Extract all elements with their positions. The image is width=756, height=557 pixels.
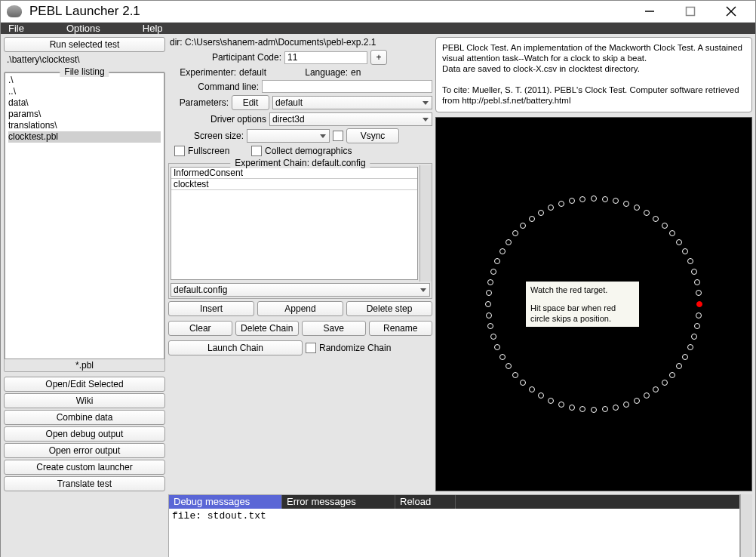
language-label: Language: bbox=[287, 67, 348, 78]
clock-dot bbox=[691, 334, 697, 340]
clock-dot bbox=[494, 258, 500, 264]
clock-dot bbox=[669, 230, 675, 236]
chain-item[interactable]: clocktest bbox=[171, 179, 417, 190]
clock-dot bbox=[696, 312, 702, 319]
file-item[interactable]: data\ bbox=[8, 97, 161, 109]
tab-debug-messages[interactable]: Debug messages bbox=[169, 495, 282, 509]
delete-chain-button[interactable]: Delete Chain bbox=[235, 321, 300, 336]
clock-dot bbox=[613, 405, 619, 411]
rename-button[interactable]: Rename bbox=[369, 321, 433, 336]
fullscreen-label: Fullscreen bbox=[188, 146, 248, 156]
file-listing[interactable]: .\..\data\params\translations\clocktest.… bbox=[5, 72, 164, 359]
translate-test-button[interactable]: Translate test bbox=[4, 476, 165, 491]
chain-scrollbar[interactable] bbox=[419, 165, 432, 282]
randomize-chain-checkbox[interactable] bbox=[306, 343, 316, 353]
participant-plus-button[interactable]: + bbox=[370, 50, 387, 65]
file-listing-label: File listing bbox=[60, 66, 109, 77]
clock-dot bbox=[623, 402, 629, 408]
message-tabs: Debug messages Error messages Reload bbox=[169, 495, 739, 509]
clock-dot bbox=[694, 279, 700, 285]
clock-dot bbox=[623, 201, 629, 207]
clock-dot bbox=[694, 323, 700, 329]
menu-options[interactable]: Options bbox=[66, 23, 100, 34]
tab-error-messages[interactable]: Error messages bbox=[282, 495, 395, 509]
clock-dot bbox=[548, 205, 554, 211]
clock-dot bbox=[662, 380, 668, 386]
insert-button[interactable]: Insert bbox=[168, 301, 254, 316]
clock-dot bbox=[490, 334, 496, 340]
clock-dot bbox=[687, 344, 693, 350]
combine-data-button[interactable]: Combine data bbox=[4, 410, 165, 425]
message-area[interactable]: file: stdout.txt bbox=[169, 509, 739, 557]
experimenter-label: Experimenter: bbox=[168, 67, 236, 78]
message-scrollbar[interactable] bbox=[740, 494, 752, 557]
test-description: PEBL Clock Test. An implementation of th… bbox=[435, 37, 752, 112]
clear-button[interactable]: Clear bbox=[168, 321, 232, 336]
vsync-checkbox[interactable] bbox=[333, 131, 343, 141]
file-item[interactable]: params\ bbox=[8, 109, 161, 120]
clock-dot bbox=[662, 223, 668, 229]
delete-step-button[interactable]: Delete step bbox=[346, 301, 432, 316]
clock-dot bbox=[653, 386, 659, 392]
screen-size-combo[interactable] bbox=[247, 129, 330, 143]
experimenter-value: default bbox=[239, 67, 284, 78]
parameters-edit-button[interactable]: Edit bbox=[232, 95, 269, 110]
driver-options-combo[interactable]: direct3d bbox=[269, 112, 432, 126]
menu-file[interactable]: File bbox=[8, 23, 24, 34]
dir-label: dir: bbox=[170, 37, 183, 48]
clock-dot bbox=[569, 198, 575, 204]
chain-item[interactable]: InformedConsent bbox=[171, 168, 417, 179]
titlebar: PEBL Launcher 2.1 bbox=[1, 1, 755, 23]
clock-dot bbox=[486, 290, 492, 296]
clock-dot bbox=[569, 405, 575, 411]
current-path: .\battery\clocktest\ bbox=[4, 54, 165, 66]
clock-dot bbox=[538, 210, 544, 216]
experiment-chain-list[interactable]: InformedConsentclocktest bbox=[171, 167, 418, 280]
command-line-input[interactable] bbox=[262, 80, 432, 93]
clock-dot bbox=[512, 372, 518, 378]
clock-dot bbox=[579, 196, 585, 202]
run-selected-test-button[interactable]: Run selected test bbox=[4, 37, 165, 52]
clock-dot bbox=[529, 216, 535, 222]
create-custom-launcher-button[interactable]: Create custom launcher bbox=[4, 460, 165, 475]
clock-dot bbox=[644, 210, 650, 216]
clock-dot bbox=[644, 392, 650, 399]
menu-help[interactable]: Help bbox=[143, 23, 163, 34]
clock-dot bbox=[669, 372, 675, 378]
file-item[interactable]: clocktest.pbl bbox=[8, 131, 161, 143]
clock-dot bbox=[506, 363, 512, 369]
file-item[interactable]: translations\ bbox=[8, 120, 161, 131]
open-error-output-button[interactable]: Open error output bbox=[4, 443, 165, 458]
launch-chain-button[interactable]: Launch Chain bbox=[168, 340, 303, 355]
wiki-button[interactable]: Wiki bbox=[4, 393, 165, 408]
minimize-button[interactable] bbox=[636, 1, 663, 22]
clock-dot bbox=[490, 269, 496, 275]
demographics-checkbox[interactable] bbox=[251, 146, 262, 156]
clock-dot bbox=[486, 312, 492, 319]
driver-options-label: Driver options bbox=[168, 114, 266, 125]
command-line-label: Command line: bbox=[168, 82, 259, 92]
maximize-button[interactable] bbox=[677, 1, 704, 22]
open-edit-button[interactable]: Open/Edit Selected bbox=[4, 377, 165, 392]
clock-dot bbox=[548, 398, 554, 404]
clock-dot bbox=[494, 344, 500, 350]
file-item[interactable]: ..\ bbox=[8, 86, 161, 97]
clock-dot-red bbox=[696, 301, 702, 307]
clock-dot bbox=[687, 258, 693, 264]
save-button[interactable]: Save bbox=[302, 321, 366, 336]
experiment-chain-label: Experiment Chain: default.config bbox=[230, 158, 370, 168]
parameters-combo[interactable]: default bbox=[272, 96, 432, 109]
participant-code-input[interactable] bbox=[284, 51, 367, 64]
clock-dot bbox=[538, 392, 544, 399]
fullscreen-checkbox[interactable] bbox=[174, 146, 185, 156]
close-button[interactable] bbox=[718, 1, 745, 22]
append-button[interactable]: Append bbox=[257, 301, 343, 316]
demographics-label: Collect demographics bbox=[265, 146, 352, 156]
clock-dot bbox=[529, 386, 535, 392]
tab-reload[interactable]: Reload bbox=[395, 495, 456, 509]
clock-dot bbox=[485, 301, 491, 307]
open-debug-output-button[interactable]: Open debug output bbox=[4, 426, 165, 442]
chain-file-combo[interactable]: default.config bbox=[171, 283, 430, 297]
clock-dot bbox=[676, 363, 682, 369]
vsync-button[interactable]: Vsync bbox=[346, 128, 399, 143]
